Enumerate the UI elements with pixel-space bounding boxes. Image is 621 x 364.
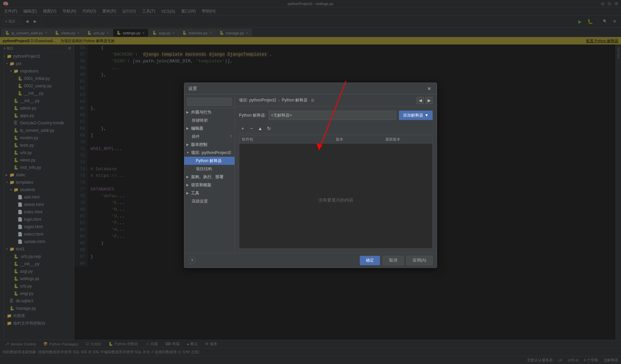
modal-titlebar: 设置 ✕ (184, 83, 437, 94)
nav-label: 项目结构 (196, 166, 212, 172)
nav-label: 插件 (192, 134, 200, 140)
no-packages-message: 没有要显示的内容 (239, 144, 432, 249)
breadcrumb-settings-icon: ⚙ (311, 98, 315, 103)
add-package-button[interactable]: + (239, 125, 246, 132)
refresh-package-button[interactable]: ↻ (265, 125, 273, 132)
breadcrumb-project: 项目: pythonProject2 (239, 97, 276, 103)
interpreter-row: Python 解释器: <无解释器> 添加解释器 ▼ (239, 111, 433, 120)
nav-label: 工具 (191, 190, 199, 196)
nav-item-tools[interactable]: ▶ 工具 (184, 189, 235, 197)
cancel-button[interactable]: 取消 (383, 256, 404, 265)
nav-label: Python 解释器 (196, 158, 222, 164)
modal-footer-buttons: 确定 取消 应用(A) (360, 256, 433, 265)
nav-label: 编辑器 (191, 126, 203, 131)
modal-content-header: 项目: pythonProject2 › Python 解释器 ⚙ ◀ ▶ (235, 94, 437, 107)
modal-body: ▶ 外观与行为 按键映射 ▶ 编辑器 插件 ? (184, 94, 437, 253)
modal-content: 项目: pythonProject2 › Python 解释器 ⚙ ◀ ▶ Py… (235, 94, 437, 253)
nav-item-plugins[interactable]: 插件 ? (184, 132, 235, 141)
modal-search (184, 96, 235, 108)
nav-label: 高级设置 (192, 199, 208, 204)
upgrade-package-button[interactable]: ▲ (256, 125, 264, 132)
breadcrumb-current: Python 解释器 (282, 97, 308, 103)
apply-button[interactable]: 应用(A) (406, 256, 433, 265)
packages-toolbar: + − ▲ ↻ (239, 123, 433, 134)
breadcrumb-separator: › (278, 98, 280, 103)
modal-nav: ▶ 外观与行为 按键映射 ▶ 编辑器 插件 ? (184, 94, 235, 253)
modal-back-button[interactable]: ◀ (416, 97, 424, 104)
interpreter-select[interactable]: <无解释器> (269, 111, 396, 120)
modal-footer: ? 确定 取消 应用(A) (184, 253, 437, 268)
modal-nav-buttons: ◀ ▶ (416, 97, 433, 104)
nav-item-languages[interactable]: ▶ 语言和框架 (184, 181, 235, 189)
nav-label: 架构、执行、部署 (191, 174, 223, 180)
interpreter-label: Python 解释器: (239, 113, 266, 118)
nav-item-project-structure[interactable]: 项目结构 (184, 165, 235, 173)
nav-label: 按键映射 (192, 118, 208, 123)
modal-close-button[interactable]: ✕ (426, 85, 433, 92)
modal-forward-button[interactable]: ▶ (425, 97, 433, 104)
help-button[interactable]: ? (188, 257, 196, 264)
add-interpreter-label: 添加解释器 (403, 113, 423, 118)
nav-label: 项目: pythonProject2 (191, 150, 231, 156)
packages-table: 软件包 版本 最新版本 没有要显示的内容 (239, 135, 433, 249)
nav-label: 外观与行为 (191, 110, 211, 115)
nav-item-python-interpreter[interactable]: Python 解释器 (184, 157, 235, 165)
dropdown-arrow-icon: ▼ (425, 113, 429, 118)
packages-table-header: 软件包 版本 最新版本 (239, 135, 432, 144)
plugin-help-icon: ? (230, 135, 232, 139)
nav-item-advanced[interactable]: 高级设置 (184, 197, 235, 205)
nav-item-editor[interactable]: ▶ 编辑器 (184, 124, 235, 132)
nav-item-build[interactable]: ▶ 架构、执行、部署 (184, 173, 235, 181)
nav-item-vcs[interactable]: ▶ 版本控制 (184, 141, 235, 149)
modal-overlay: 设置 ✕ ▶ 外观与行为 按键映射 ▶ (0, 0, 621, 364)
modal-title: 设置 (188, 86, 197, 92)
nav-label: 语言和框架 (191, 182, 211, 188)
nav-item-keymap[interactable]: 按键映射 (184, 116, 235, 124)
nav-item-appearance[interactable]: ▶ 外观与行为 (184, 108, 235, 116)
add-interpreter-button[interactable]: 添加解释器 ▼ (399, 111, 433, 120)
settings-modal: 设置 ✕ ▶ 外观与行为 按键映射 ▶ (184, 83, 437, 268)
nav-label: 版本控制 (191, 142, 207, 148)
ok-button[interactable]: 确定 (360, 256, 380, 265)
col-version: 版本 (333, 137, 383, 142)
nav-item-project[interactable]: ▼ 项目: pythonProject2 (184, 149, 235, 157)
python-interpreter-section: Python 解释器: <无解释器> 添加解释器 ▼ + − ▲ (235, 107, 437, 253)
modal-search-input[interactable] (187, 98, 232, 106)
remove-package-button[interactable]: − (248, 125, 255, 132)
col-latest: 最新版本 (383, 137, 432, 142)
col-package: 软件包 (239, 137, 333, 142)
